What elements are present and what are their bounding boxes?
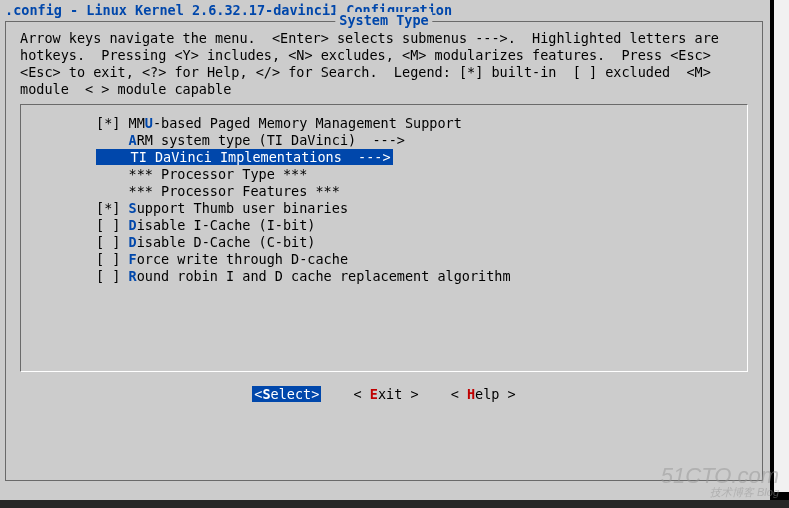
- menu-item-3[interactable]: *** Processor Type ***: [31, 166, 737, 183]
- menu-item-4[interactable]: *** Processor Features ***: [31, 183, 737, 200]
- dialog-title: System Type: [335, 12, 432, 29]
- menu-item-8[interactable]: [ ] Force write through D-cache: [31, 251, 737, 268]
- help-text: Arrow keys navigate the menu. <Enter> se…: [20, 30, 748, 98]
- help-button[interactable]: < Help >: [451, 386, 516, 402]
- exit-button[interactable]: < Exit >: [353, 386, 418, 402]
- menu-item-5[interactable]: [*] Support Thumb user binaries: [31, 200, 737, 217]
- button-row: <Select> < Exit > < Help >: [20, 386, 748, 403]
- scrollbar[interactable]: [774, 0, 789, 492]
- menu-item-2[interactable]: TI DaVinci Implementations --->: [31, 149, 393, 166]
- menu-item-6[interactable]: [ ] Disable I-Cache (I-bit): [31, 217, 737, 234]
- terminal-window: .config - Linux Kernel 2.6.32.17-davinci…: [0, 0, 770, 500]
- select-button[interactable]: <Select>: [252, 386, 321, 402]
- menu-item-0[interactable]: [*] MMU-based Paged Memory Management Su…: [31, 115, 737, 132]
- menu-item-1[interactable]: ARM system type (TI DaVinci) --->: [31, 132, 737, 149]
- menu-item-7[interactable]: [ ] Disable D-Cache (C-bit): [31, 234, 737, 251]
- bottom-strip: [0, 500, 789, 508]
- menu-item-9[interactable]: [ ] Round robin I and D cache replacemen…: [31, 268, 737, 285]
- dialog-frame: System Type Arrow keys navigate the menu…: [5, 21, 763, 481]
- menu-list[interactable]: [*] MMU-based Paged Memory Management Su…: [20, 104, 748, 372]
